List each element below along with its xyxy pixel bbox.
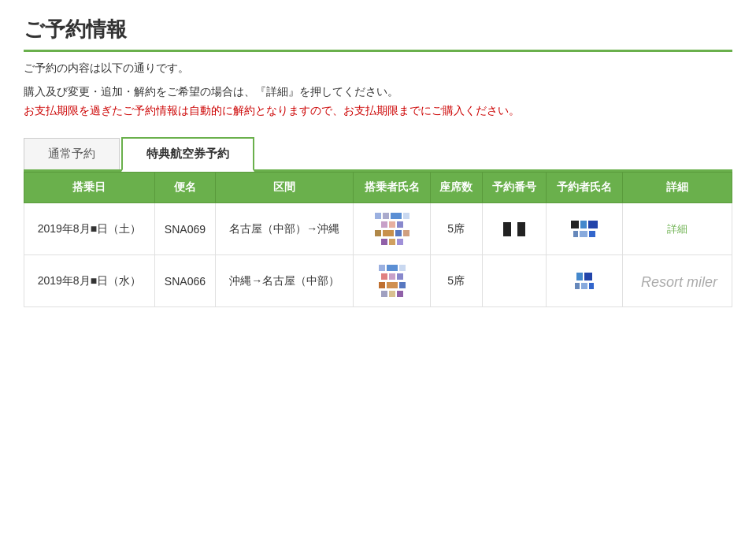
pixel-block [397,239,403,245]
col-booker: 予約者氏名 [547,173,623,203]
pixel-block [580,221,587,228]
pixel-block [389,273,395,280]
desc2: 購入及び変更・追加・解約をご希望の場合は、『詳細』を押してください。 [24,85,732,99]
cell-route-2: 沖縄→名古屋（中部） [216,255,354,307]
warning-text: お支払期限を過ぎたご予約情報は自動的に解約となりますので、お支払期限までにご購入… [24,104,732,118]
cell-flight-2: SNA066 [154,255,215,307]
pixel-block [581,283,587,289]
pixel-block [584,273,592,280]
cell-booker-1 [547,203,623,255]
cell-booker-2 [547,255,623,307]
cell-booking-1 [482,203,547,255]
pixel-block [403,230,410,236]
pixel-block [575,283,580,289]
pixel-block [381,221,387,228]
pixel-block [387,282,398,288]
tabs-container: 通常予約 特典航空券予約 [24,137,732,172]
pixel-block [389,221,395,228]
blurred-passengers-1 [360,213,423,245]
cell-seats-1: 5席 [430,203,482,255]
cell-flight-1: SNA069 [154,203,215,255]
pixel-block [397,273,403,280]
reservation-table: 搭乗日 便名 区間 搭乗者氏名 座席数 予約番号 予約者氏名 詳細 2019年8… [24,172,732,307]
pixel-block [387,265,398,271]
cell-booking-2 [482,255,547,307]
pixel-block [571,221,579,228]
pixel-block [379,282,385,288]
pixel-block [588,221,598,228]
col-seats: 座席数 [430,173,482,203]
page-title: ご予約情報 [24,16,732,52]
col-passengers: 搭乗者氏名 [354,173,430,203]
pixel-block [381,291,387,297]
cell-date-1: 2019年8月■日（土） [24,203,155,255]
page-container: ご予約情報 ご予約の内容は以下の通りです。 購入及び変更・追加・解約をご希望の場… [0,0,756,546]
col-flight: 便名 [154,173,215,203]
col-date: 搭乗日 [24,173,155,203]
pixel-block [375,230,381,236]
pixel-block [381,273,387,280]
pixel-block [399,282,406,288]
col-detail: 詳細 [623,173,732,203]
pixel-block [389,291,395,297]
cell-detail-2: Resort miler [623,255,732,307]
cell-date-2: 2019年8月■日（水） [24,255,155,307]
pixel-block [397,291,403,297]
pixel-block [589,231,595,237]
pixel-block [399,265,406,271]
pixel-block [397,221,403,228]
pixel-block [589,283,594,289]
pixel-block [375,213,381,219]
table-row: 2019年8月■日（水） SNA066 沖縄→名古屋（中部） [24,255,732,307]
cell-detail-1[interactable]: 詳細 [623,203,732,255]
pixel-block [576,273,583,280]
detail-link-1[interactable]: 詳細 [667,223,687,235]
pixel-block [513,222,516,236]
pixel-block [389,239,395,245]
pixel-block [403,213,410,219]
pixel-block [383,213,389,219]
pixel-block [391,213,402,219]
table-header-row: 搭乗日 便名 区間 搭乗者氏名 座席数 予約番号 予約者氏名 詳細 [24,173,732,203]
pixel-block [580,231,587,237]
cell-passengers-2 [354,255,430,307]
pixel-block [383,230,394,236]
pixel-block [395,230,402,236]
pixel-block [379,265,385,271]
pixel-block [381,239,387,245]
desc1: ご予約の内容は以下の通りです。 [24,61,732,76]
pixel-block [573,231,578,237]
pixel-block [517,222,525,236]
cell-route-1: 名古屋（中部）→沖縄 [216,203,354,255]
tab-normal[interactable]: 通常予約 [24,138,120,169]
col-booking-no: 予約番号 [482,173,547,203]
pixel-block [503,222,511,236]
tab-tokuten[interactable]: 特典航空券予約 [121,137,254,172]
cell-seats-2: 5席 [430,255,482,307]
watermark: Resort miler [629,271,725,291]
table-row: 2019年8月■日（土） SNA069 名古屋（中部）→沖縄 [24,203,732,255]
cell-passengers-1 [354,203,430,255]
col-route: 区間 [216,173,354,203]
